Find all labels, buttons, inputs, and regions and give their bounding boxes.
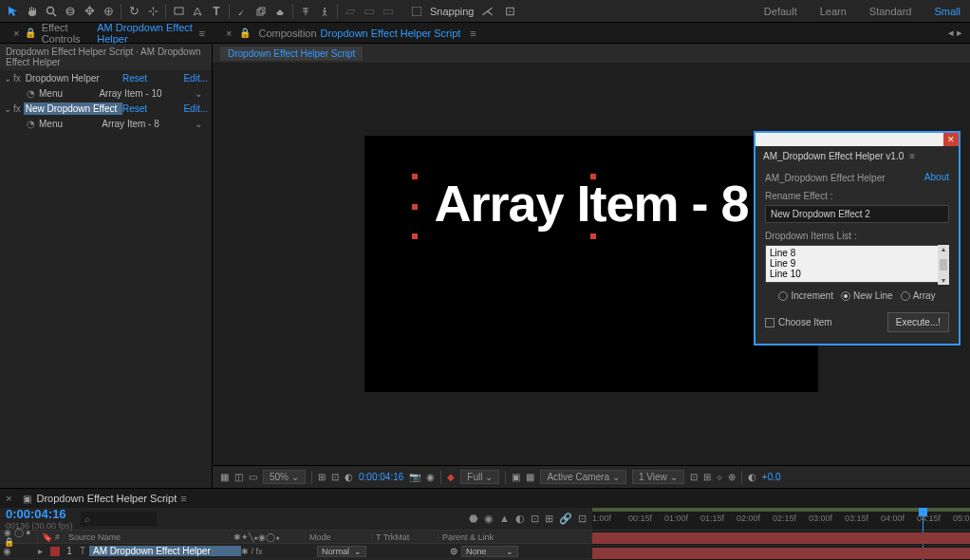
roto-tool-icon[interactable] <box>296 2 315 21</box>
nav-back-icon[interactable]: ◂ <box>948 27 954 38</box>
guides-icon[interactable]: ⊡ <box>331 472 339 482</box>
text-tool-icon[interactable]: T <box>207 2 226 21</box>
fx-badge[interactable]: fx <box>13 73 21 84</box>
radio-newline[interactable]: New Line <box>841 290 893 301</box>
layer-row[interactable]: ◉ ▸ 1 T AM Dropdown Effect Helper ✱ / fx… <box>0 544 592 559</box>
timeline-search[interactable] <box>81 512 157 526</box>
close-button[interactable]: ✕ <box>943 133 959 146</box>
orbit-tool-icon[interactable] <box>61 2 80 21</box>
pickwhip-icon[interactable]: ⊚ <box>450 546 457 556</box>
execute-button[interactable]: Execute...! <box>887 312 949 332</box>
clone-tool-icon[interactable] <box>252 2 270 21</box>
choose-item-checkbox[interactable]: Choose Item <box>765 317 832 327</box>
effect-name[interactable]: New Dropdown Effect <box>24 103 122 115</box>
effect-row[interactable]: ⌄fxNew Dropdown EffectResetEdit... <box>0 101 212 117</box>
nav-fwd-icon[interactable]: ▸ <box>957 27 962 38</box>
transform-handle[interactable] <box>590 174 596 179</box>
view-option-icon[interactable]: ⊕ <box>728 472 736 482</box>
script-title-bar[interactable]: ✕ <box>755 133 959 146</box>
panel-menu-icon[interactable]: ≡ <box>180 493 186 504</box>
col-source[interactable]: Source Name <box>65 532 230 542</box>
shape-group-icon[interactable]: ▭ <box>360 2 379 21</box>
close-icon[interactable]: × <box>226 28 232 39</box>
scrollbar[interactable]: ▴▾ <box>938 245 949 285</box>
effect-property-row[interactable]: ◔MenuArray Item - 10⌄ <box>0 86 212 101</box>
move-tool-icon[interactable]: ✥ <box>80 2 99 21</box>
stopwatch-icon[interactable]: ◔ <box>27 88 35 99</box>
layer-name[interactable]: AM Dropdown Effect Helper <box>89 546 241 556</box>
res-icon[interactable]: ▭ <box>249 472 257 482</box>
fx-badge[interactable]: fx <box>13 103 21 114</box>
mask-icon[interactable]: ◐ <box>345 472 353 482</box>
effect-row[interactable]: ⌄fxDropdown HelperResetEdit... <box>0 70 212 86</box>
snapping-checkbox[interactable] <box>407 2 426 21</box>
channel-icon[interactable]: ◫ <box>234 472 243 482</box>
brush-tool-icon[interactable] <box>233 2 252 21</box>
region-icon[interactable]: ▣ <box>512 472 520 482</box>
time-ruler[interactable]: 1:00f00:15f01:00f01:15f02:00f02:15f03:00… <box>592 508 970 531</box>
tl-icon[interactable]: ⊡ <box>578 513 587 525</box>
reset-link[interactable]: Reset <box>122 103 170 114</box>
reset-link[interactable]: Reset <box>122 73 170 84</box>
lock-icon[interactable]: 🔒 <box>23 24 37 43</box>
tl-icon[interactable]: ⊞ <box>545 513 553 525</box>
transparency-icon[interactable]: ▦ <box>526 472 534 482</box>
snap-option-icon[interactable]: ⊡ <box>501 2 520 21</box>
zoom-tool-icon[interactable] <box>42 2 61 21</box>
col-trkmat[interactable]: T TrkMat <box>372 532 438 542</box>
rectangle-tool-icon[interactable] <box>169 2 188 21</box>
layer-switches[interactable]: ✱ / fx <box>241 547 317 556</box>
viewer-timecode[interactable]: 0:00:04:16 <box>359 472 403 482</box>
view-option-icon[interactable]: ⊡ <box>690 472 698 482</box>
eraser-tool-icon[interactable] <box>270 2 289 21</box>
track-tool-icon[interactable]: ⊕ <box>99 2 118 21</box>
views-dropdown[interactable]: 1 View ⌄ <box>632 470 684 484</box>
layer-track[interactable] <box>592 546 970 560</box>
work-area[interactable] <box>592 508 970 512</box>
shape-group-icon[interactable]: ▱ <box>341 2 360 21</box>
tl-icon[interactable]: ⬣ <box>469 513 478 525</box>
view-option-icon[interactable]: ⟐ <box>717 472 722 482</box>
timeline-timecode[interactable]: 0:00:04:16 <box>6 507 73 521</box>
panel-menu-icon[interactable]: ≡ <box>199 28 205 39</box>
tl-icon[interactable]: ⊡ <box>531 513 539 525</box>
snap-option-icon[interactable]: ⋌ <box>478 2 497 21</box>
resolution-dropdown[interactable]: Full ⌄ <box>460 470 499 484</box>
twirl-icon[interactable]: ⌄ <box>4 73 13 84</box>
effect-property-row[interactable]: ◔MenuArray Item - 8⌄ <box>0 117 212 131</box>
exposure-icon[interactable]: ◐ <box>748 472 756 482</box>
panel-menu-icon[interactable]: ≡ <box>470 28 476 39</box>
lock-icon[interactable]: 🔒 <box>235 24 254 43</box>
close-icon[interactable]: × <box>13 28 19 39</box>
edit-link[interactable]: Edit... <box>170 103 208 114</box>
label-color[interactable] <box>50 547 60 556</box>
puppet-tool-icon[interactable] <box>315 2 334 21</box>
transform-handle[interactable] <box>412 174 418 179</box>
transform-handle[interactable] <box>412 204 418 210</box>
zoom-dropdown[interactable]: 50% ⌄ <box>263 470 306 484</box>
workspace-standard[interactable]: Standard <box>864 2 918 21</box>
twirl-icon[interactable]: ▸ <box>38 546 47 556</box>
layer-bar[interactable] <box>592 532 970 544</box>
alpha-icon[interactable]: ▦ <box>220 472 229 482</box>
selection-tool-icon[interactable] <box>4 2 23 21</box>
pen-tool-icon[interactable] <box>188 2 207 21</box>
transform-handle[interactable] <box>412 233 418 239</box>
layer-bar[interactable] <box>592 548 970 559</box>
shape-group-icon[interactable]: ▭ <box>379 2 398 21</box>
anchor-tool-icon[interactable]: ⊹ <box>143 2 162 21</box>
tl-icon[interactable]: ▲ <box>499 513 510 525</box>
rotate-tool-icon[interactable]: ↻ <box>124 2 143 21</box>
hand-tool-icon[interactable] <box>23 2 42 21</box>
color-icon[interactable]: ◆ <box>447 472 455 482</box>
panel-menu-icon[interactable]: ≡ <box>909 151 915 161</box>
comp-tab[interactable]: Dropdown Effect Helper Script <box>220 47 363 61</box>
effect-controls-tab[interactable]: × 🔒 Effect Controls AM Dropdown Effect H… <box>0 23 213 43</box>
property-value[interactable]: Array Item - 8 <box>98 119 159 129</box>
camera-dropdown[interactable]: Active Camera ⌄ <box>540 470 626 484</box>
blend-mode-dropdown[interactable]: Normal⌄ <box>317 546 366 557</box>
timeline-tab[interactable]: Dropdown Effect Helper Script ≡ <box>36 493 186 504</box>
view-option-icon[interactable]: ⊞ <box>703 472 711 482</box>
radio-array[interactable]: Array <box>901 290 936 301</box>
grid-icon[interactable]: ⊞ <box>318 472 326 482</box>
